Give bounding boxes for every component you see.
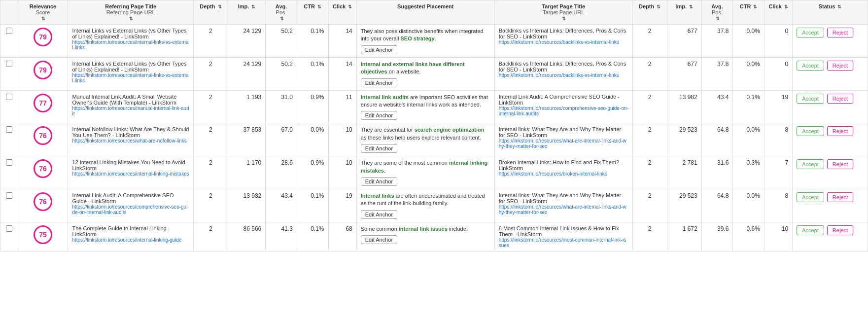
score-circle: 79 [34,61,52,79]
col-header-suggested: Suggested Placement [356,0,494,25]
row-depth: 2 [209,159,212,166]
accept-button[interactable]: Accept [797,192,824,202]
ref-url[interactable]: https://linkstorm.io/resources/what-are-… [72,138,189,144]
row-target-title-cell: 8 Most Common Internal Link Issues & How… [494,222,632,251]
row-checkbox[interactable] [6,159,12,166]
reject-button[interactable]: Reject [827,61,853,71]
edit-anchor-button[interactable]: Edit Anchor [361,210,397,219]
row-imp2: 13 982 [679,94,697,101]
reject-button[interactable]: Reject [827,126,853,136]
row-ctr2: 0.1% [747,94,760,101]
row-checkbox[interactable] [6,126,12,133]
highlight-green: internal link issues [399,226,448,232]
ref-url[interactable]: https://linkstorm.io/resources/internal-… [72,171,189,177]
col-header-depth2[interactable]: Depth ⇅ [632,0,667,25]
edit-anchor-button[interactable]: Edit Anchor [361,45,397,54]
row-avgpos2-cell: 37.8 [701,25,733,58]
row-avgpos2-cell: 39.6 [701,222,733,251]
target-url[interactable]: https://linkstorm.io/resources/comprehen… [499,106,628,116]
edit-anchor-button[interactable]: Edit Anchor [361,144,397,153]
col-header-imp[interactable]: Imp. ⇅ [228,0,265,25]
target-url[interactable]: https://linkstorm.io/resources/what-are-… [499,204,628,215]
row-click2-cell: 0 [764,57,792,90]
target-title-sort-icon: ⇅ [562,16,566,21]
col-header-imp2[interactable]: Imp. ⇅ [667,0,701,25]
row-depth2-cell: 2 [632,90,667,123]
row-avgpos2: 37.8 [717,28,729,35]
col-header-click-label: Click [333,3,346,9]
row-click2: 0 [785,61,789,68]
accept-button[interactable]: Accept [797,94,824,104]
ref-title: Internal Links vs External Links (vs Oth… [72,28,189,39]
row-click2: 10 [782,225,788,232]
row-imp: 1 193 [246,94,261,101]
ref-title: The Complete Guide to Internal Linking -… [72,225,189,237]
col-header-click2[interactable]: Click ⇅ [764,0,792,25]
reject-button[interactable]: Reject [827,28,853,37]
ref-title: Internal Nofollow Links: What Are They &… [72,126,189,138]
col-header-ctr[interactable]: CTR ⇅ [297,0,328,25]
status-buttons: Accept Reject [797,28,864,37]
col-header-status[interactable]: Status ⇅ [793,0,868,25]
row-avgpos: 31.0 [281,94,293,101]
ref-url[interactable]: https://linkstorm.io/resources/internal-… [72,72,189,83]
row-ctr-cell: 0.1% [297,222,328,251]
reject-button[interactable]: Reject [827,225,853,235]
row-imp2-cell: 2 781 [667,156,701,189]
row-click: 19 [346,192,352,199]
col-header-ctr2[interactable]: CTR ⇅ [733,0,764,25]
row-ctr: 0.9% [311,94,324,101]
edit-anchor-button[interactable]: Edit Anchor [361,111,397,120]
table-row: 75 The Complete Guide to Internal Linkin… [0,222,868,251]
row-imp2: 29 523 [679,126,697,133]
col-header-ref-title[interactable]: Referring Page Title Referring Page URL … [68,0,194,25]
row-checkbox[interactable] [6,28,12,34]
row-imp2-cell: 29 523 [667,189,701,222]
row-ref-title-cell: Internal Link Audit: A Comprehensive SEO… [68,189,194,222]
accept-button[interactable]: Accept [797,225,824,235]
ref-url[interactable]: https://linkstorm.io/resources/internal-… [72,237,189,243]
edit-anchor-button[interactable]: Edit Anchor [361,177,397,186]
ref-url[interactable]: https://linkstorm.io/resources/manual-in… [72,106,189,116]
target-url[interactable]: https://linkstorm.io/resources/broken-in… [499,171,628,177]
row-depth2: 2 [648,126,652,133]
col-header-target-title[interactable]: Target Page Title Target Page URL ⇅ [494,0,632,25]
row-checkbox[interactable] [6,225,12,232]
reject-button[interactable]: Reject [827,159,853,169]
target-url[interactable]: https://linkstorm.io/resources/what-are-… [499,138,628,149]
row-checkbox[interactable] [6,192,12,199]
row-imp: 13 982 [243,192,262,199]
accept-button[interactable]: Accept [797,61,824,71]
col-header-relevance[interactable]: Relevance Score ⇅ [18,0,68,25]
col-header-avgpos[interactable]: Avg. Pos. ⇅ [266,0,297,25]
row-avgpos2: 31.6 [717,159,729,166]
target-url[interactable]: https://linkstorm.io/resources/backlinks… [499,72,628,78]
row-ctr2: 0.3% [747,159,760,166]
row-checkbox-cell [0,90,18,123]
accept-button[interactable]: Accept [797,159,824,169]
imp2-sort-icon: ⇅ [689,4,693,9]
row-depth-cell: 2 [193,123,228,156]
row-imp: 37 853 [243,126,262,133]
reject-button[interactable]: Reject [827,94,853,104]
row-checkbox[interactable] [6,94,12,100]
row-depth2: 2 [648,225,652,232]
score-circle: 75 [34,225,52,244]
target-title: Internal Link Audit: A Comprehensive SEO… [499,94,628,106]
accept-button[interactable]: Accept [797,126,824,136]
reject-button[interactable]: Reject [827,192,853,202]
col-header-depth[interactable]: Depth ⇅ [193,0,228,25]
target-url[interactable]: https://linkstorm.io/resources/backlinks… [499,39,628,45]
row-checkbox[interactable] [6,61,12,67]
main-table-container: Relevance Score ⇅ Referring Page Title R… [0,0,868,251]
ref-url[interactable]: https://linkstorm.io/resources/comprehen… [72,204,189,215]
col-header-avgpos2[interactable]: Avg. Pos. ⇅ [701,0,733,25]
row-score-cell: 76 [18,156,68,189]
col-header-click[interactable]: Click ⇅ [328,0,356,25]
accept-button[interactable]: Accept [797,28,824,37]
target-url[interactable]: https://linkstorm.io/resources/most-comm… [499,237,628,248]
ref-url[interactable]: https://linkstorm.io/resources/internal-… [72,39,189,50]
edit-anchor-button[interactable]: Edit Anchor [361,235,397,244]
edit-anchor-button[interactable]: Edit Anchor [361,78,397,87]
relevance-sort-icon: ⇅ [41,16,45,21]
